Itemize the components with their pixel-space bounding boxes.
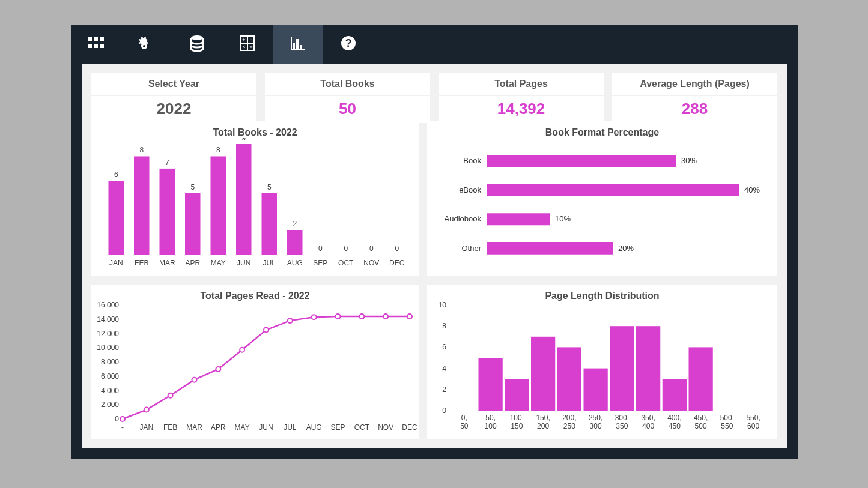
svg-text:8: 8 [139, 146, 144, 154]
svg-text:JAN: JAN [139, 423, 153, 432]
svg-text:-: - [121, 423, 124, 432]
svg-rect-17 [293, 43, 295, 49]
svg-rect-36 [211, 156, 226, 255]
svg-point-6 [147, 37, 152, 42]
svg-text:0,: 0, [461, 414, 467, 422]
chart-format-pct: Book Format Percentage Book30%eBook40%Au… [427, 121, 777, 276]
svg-text:9: 9 [241, 138, 246, 142]
svg-text:0: 0 [115, 415, 119, 423]
svg-text:350: 350 [616, 422, 628, 430]
svg-text:FEB: FEB [135, 259, 148, 267]
svg-text:0: 0 [318, 244, 323, 253]
chart-page-length-dist: Page Length Distribution 02468100,5050,1… [427, 285, 777, 439]
svg-text:250: 250 [563, 422, 575, 430]
year-label: Select Year [91, 73, 256, 96]
svg-rect-18 [296, 39, 299, 49]
svg-text:SEP: SEP [330, 423, 345, 432]
svg-text:AUG: AUG [287, 259, 303, 267]
svg-text:550: 550 [721, 422, 733, 430]
svg-point-84 [288, 318, 293, 323]
dashboard-body: Select Year 2022 Total Books 50 Total Pa… [82, 64, 787, 448]
svg-point-89 [407, 314, 412, 319]
svg-text:350,: 350, [641, 414, 655, 422]
svg-text:eBook: eBook [459, 185, 481, 194]
data-button[interactable] [172, 25, 222, 64]
svg-point-79 [168, 393, 173, 397]
calculator-icon: +−×÷ [238, 34, 256, 55]
svg-text:APR: APR [211, 423, 226, 432]
svg-rect-117 [531, 336, 555, 410]
svg-text:30%: 30% [681, 156, 697, 165]
svg-text:20%: 20% [618, 244, 634, 253]
chart-total-pages-read: Total Pages Read - 2022 02,0004,0006,000… [91, 285, 419, 439]
svg-rect-120 [557, 347, 581, 411]
svg-rect-135 [689, 347, 713, 411]
svg-point-86 [336, 314, 341, 319]
svg-rect-33 [185, 193, 201, 255]
svg-text:AUG: AUG [306, 423, 322, 432]
svg-text:10%: 10% [555, 214, 571, 223]
svg-text:150: 150 [511, 422, 523, 430]
svg-text:10,000: 10,000 [97, 343, 119, 352]
database-icon [188, 34, 206, 55]
svg-text:4,000: 4,000 [101, 386, 119, 394]
calc-button[interactable]: +−×÷ [222, 25, 273, 64]
svg-point-78 [144, 407, 149, 412]
svg-text:6: 6 [114, 170, 118, 179]
svg-text:JUN: JUN [259, 423, 273, 432]
settings-button[interactable] [121, 25, 172, 64]
svg-text:6: 6 [442, 343, 446, 351]
svg-text:MAY: MAY [235, 423, 250, 432]
svg-point-80 [192, 377, 197, 382]
chart-title: Total Books - 2022 [91, 121, 419, 138]
svg-text:8,000: 8,000 [101, 358, 119, 366]
svg-text:100: 100 [485, 422, 497, 430]
kpi-avg-length: Average Length (Pages) 288 [612, 73, 777, 123]
svg-text:8: 8 [216, 146, 220, 154]
svg-text:2: 2 [442, 385, 446, 393]
gear-icon [138, 34, 156, 55]
svg-text:APR: APR [185, 259, 200, 267]
kpi-value: 288 [612, 96, 777, 123]
svg-text:500: 500 [695, 422, 707, 430]
svg-text:150,: 150, [536, 414, 550, 422]
svg-text:−: − [249, 37, 252, 43]
svg-text:450: 450 [669, 422, 681, 430]
svg-rect-42 [262, 193, 278, 255]
svg-rect-19 [300, 45, 302, 49]
svg-rect-114 [505, 379, 529, 411]
svg-text:6,000: 6,000 [101, 372, 119, 380]
svg-rect-56 [487, 155, 676, 167]
svg-text:+: + [242, 37, 245, 43]
svg-rect-62 [487, 213, 550, 225]
svg-text:JUN: JUN [237, 259, 250, 267]
svg-text:FEB: FEB [163, 423, 177, 432]
svg-rect-24 [109, 181, 124, 255]
svg-point-82 [240, 347, 244, 352]
svg-point-85 [312, 315, 317, 319]
svg-rect-0 [88, 37, 92, 41]
year-selector[interactable]: Select Year 2022 [91, 73, 256, 123]
svg-rect-123 [584, 368, 608, 410]
svg-text:300: 300 [590, 422, 602, 430]
toolbar: +−×÷ ? [71, 25, 798, 64]
svg-text:500,: 500, [720, 414, 734, 422]
help-button[interactable]: ? [323, 25, 374, 64]
svg-text:50: 50 [460, 422, 469, 430]
svg-text:40%: 40% [744, 185, 760, 194]
home-button[interactable] [71, 25, 121, 64]
svg-text:12,000: 12,000 [97, 329, 119, 337]
svg-rect-111 [479, 358, 503, 411]
charts-button[interactable] [273, 25, 323, 64]
svg-text:NOV: NOV [378, 423, 393, 432]
kpi-total-books: Total Books 50 [265, 73, 430, 123]
svg-point-77 [120, 417, 125, 421]
svg-text:?: ? [345, 37, 352, 49]
svg-text:8: 8 [442, 322, 446, 330]
chart-total-books: Total Books - 2022 6JAN8FEB7MAR5APR8MAY9… [91, 121, 419, 276]
svg-text:0: 0 [395, 244, 399, 253]
svg-text:DEC: DEC [402, 423, 417, 432]
svg-text:MAY: MAY [211, 259, 226, 267]
svg-rect-4 [94, 44, 98, 48]
svg-text:OCT: OCT [338, 259, 354, 267]
